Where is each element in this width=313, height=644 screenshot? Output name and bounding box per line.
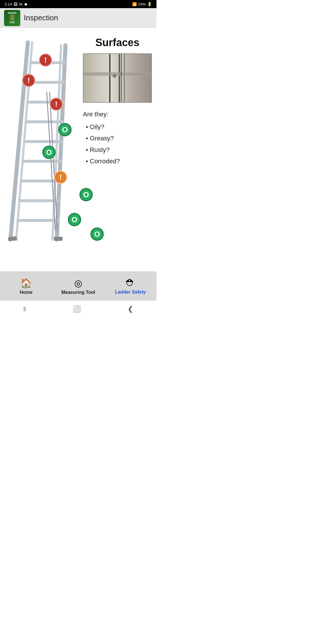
nav-ladder-safety-label: Ladder Safety [115, 290, 146, 295]
system-nav: ⦀ ⬜ ❮ [0, 301, 156, 317]
content-row: ! ! ! O O ! O O O Surfaces [5, 34, 152, 237]
marker-red-3[interactable]: ! [50, 97, 63, 111]
svg-rect-15 [8, 236, 17, 241]
status-mail-icon: M [19, 2, 22, 6]
checklist-item-0: • Oily? [83, 121, 152, 133]
right-panel: Surfaces Are they: • Oily? • Greasy? • R… [80, 34, 152, 167]
nav-home-label: Home [20, 290, 32, 295]
ladder-area: ! ! ! O O ! O O O [5, 34, 80, 237]
app-logo: NIOSH 🪜 CDC [4, 10, 20, 26]
back-button[interactable]: ❮ [128, 305, 133, 313]
checklist-item-3: • Corroded? [83, 155, 152, 167]
nav-ladder-safety[interactable]: ⛑ Ladder Safety [104, 272, 156, 301]
bottom-nav: 🏠 Home ◎ Measuring Tool ⛑ Ladder Safety [0, 272, 156, 301]
status-rec-icon: ⏺ [24, 2, 28, 6]
battery-text: 24% [138, 2, 146, 6]
checklist-item-2: • Rusty? [83, 144, 152, 156]
status-bar: 2:14 🖼 M ⏺ · 📶 24% 🔋 [0, 0, 156, 8]
main-content: ! ! ! O O ! O O O Surfaces [0, 28, 156, 272]
ladder-safety-icon: ⛑ [126, 278, 135, 288]
app-title: Inspection [24, 13, 58, 22]
app-header: NIOSH 🪜 CDC Inspection [0, 8, 156, 28]
measuring-tool-icon: ◎ [74, 278, 82, 289]
status-right: 📶 24% 🔋 [132, 2, 152, 6]
checklist-intro: Are they: [83, 108, 152, 120]
wifi-icon: 📶 [132, 2, 137, 6]
nav-home[interactable]: 🏠 Home [0, 272, 52, 301]
checklist: Are they: • Oily? • Greasy? • Rusty? • C… [83, 108, 152, 167]
marker-green-4[interactable]: O [68, 213, 81, 226]
marker-green-3[interactable]: O [79, 188, 93, 201]
status-left: 2:14 🖼 M ⏺ · [5, 2, 31, 6]
status-time: 2:14 [5, 2, 12, 6]
checklist-item-1: • Greasy? [83, 133, 152, 144]
marker-orange-1[interactable]: ! [54, 171, 67, 184]
nav-measuring-label: Measuring Tool [61, 290, 95, 295]
marker-red-2[interactable]: ! [22, 74, 35, 87]
menu-button[interactable]: ⦀ [23, 305, 26, 313]
nav-measuring-tool[interactable]: ◎ Measuring Tool [52, 272, 104, 301]
logo-cdc: CDC [8, 21, 17, 24]
status-photo-icon: 🖼 [14, 2, 17, 6]
marker-red-1[interactable]: ! [39, 53, 52, 67]
section-title: Surfaces [83, 37, 152, 49]
battery-icon: 🔋 [147, 2, 152, 6]
home-button[interactable]: ⬜ [72, 305, 81, 313]
logo-niosh: NIOSH [8, 12, 17, 15]
marker-green-2[interactable]: O [42, 146, 56, 159]
svg-rect-16 [54, 237, 63, 241]
home-icon: 🏠 [20, 278, 32, 289]
status-dot: · [30, 2, 31, 6]
marker-green-1[interactable]: O [58, 123, 72, 136]
surface-detail-image [83, 53, 152, 103]
marker-green-5[interactable]: O [90, 227, 104, 241]
